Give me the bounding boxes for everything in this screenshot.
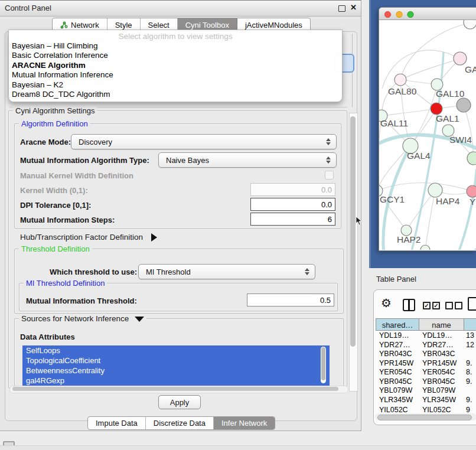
tab-jactivemnodules-label: jActiveMNodules bbox=[245, 21, 302, 30]
column-header-partial[interactable] bbox=[464, 318, 476, 331]
network-canvas[interactable]: GAL GAL80 GAL10 GAL1 GAL11 SWI4 GAL4 GCY… bbox=[379, 20, 476, 250]
table-cell[interactable]: YBL079W bbox=[422, 386, 455, 396]
node-label: HAP4 bbox=[436, 196, 460, 206]
dropdown-item[interactable]: Basic Correlation Inference bbox=[9, 51, 342, 60]
table-cell[interactable]: YDR27… bbox=[379, 341, 410, 350]
table-cell[interactable]: 13 bbox=[466, 331, 474, 341]
gear-icon[interactable]: ⚙ bbox=[381, 296, 392, 310]
table-cell[interactable]: YDL19… bbox=[422, 331, 452, 341]
table-cell[interactable]: YLR345W bbox=[379, 396, 413, 405]
unchecked-checkbox-icon[interactable] bbox=[445, 302, 453, 309]
column-header-shared-name[interactable]: shared… bbox=[376, 318, 419, 331]
table-row[interactable]: YLR345W YLR345W 9. bbox=[376, 396, 476, 405]
control-panel-titlebar[interactable]: Control Panel ✕ bbox=[0, 1, 361, 17]
dpi-tolerance-input[interactable] bbox=[250, 198, 335, 211]
sources-title-label: Sources for Network Inference bbox=[21, 314, 129, 323]
table-row[interactable]: YDR27… YDR27… 12 bbox=[376, 341, 476, 350]
table-cell[interactable]: YBR045C bbox=[379, 377, 412, 387]
table-cell[interactable]: YBR045C bbox=[422, 377, 455, 387]
apply-button[interactable]: Apply bbox=[158, 395, 201, 409]
node-green-bottom[interactable] bbox=[420, 245, 430, 250]
table-horizontal-scrollbar[interactable] bbox=[375, 413, 476, 420]
checked-checkbox-icon[interactable]: ✓ bbox=[423, 302, 431, 309]
attribute-item-selected[interactable]: SelfLoops bbox=[22, 345, 330, 356]
close-icon[interactable]: ✕ bbox=[350, 3, 357, 12]
dropdown-item[interactable]: Bayesian – Hill Climbing bbox=[9, 41, 342, 51]
table-cell[interactable]: 8. bbox=[466, 368, 472, 377]
settings-vertical-scrollbar[interactable] bbox=[349, 113, 358, 392]
table-row[interactable]: YBR043C YBR043C bbox=[376, 350, 476, 359]
node-gal1-red[interactable] bbox=[431, 103, 442, 115]
dropdown-item[interactable]: Dream8 DC_TDC Algorithm bbox=[9, 90, 342, 99]
table-cell[interactable]: YER054C bbox=[379, 368, 412, 377]
dropdown-item[interactable]: Mutual Information Inference bbox=[9, 70, 342, 80]
table-cell[interactable]: YBL079W bbox=[379, 386, 412, 396]
node-gal-partial[interactable] bbox=[454, 52, 467, 65]
tab-select-label: Select bbox=[148, 21, 169, 30]
mi-threshold-input[interactable] bbox=[247, 294, 334, 306]
column-header-name[interactable]: name bbox=[419, 318, 464, 331]
table-row[interactable]: YBL079W YBL079W bbox=[376, 386, 476, 396]
dpi-tolerance-label: DPI Tolerance [0,1]: bbox=[20, 201, 91, 210]
table-cell[interactable]: 12 bbox=[466, 341, 474, 350]
mi-type-select[interactable]: Naive Bayes bbox=[158, 152, 337, 168]
mi-steps-input[interactable] bbox=[250, 213, 335, 226]
table-cell[interactable]: YLR345W bbox=[422, 396, 456, 405]
tab-impute-data[interactable]: Impute Data bbox=[88, 417, 146, 429]
table-cell[interactable]: YER054C bbox=[422, 368, 455, 377]
aracne-mode-select[interactable]: Discovery bbox=[71, 134, 337, 149]
node-gal80[interactable] bbox=[395, 74, 406, 86]
which-threshold-select[interactable]: MI Threshold bbox=[138, 264, 315, 279]
attributes-scrollbar-thumb[interactable] bbox=[321, 347, 325, 380]
settings-vertical-scrollbar-thumb[interactable] bbox=[350, 116, 356, 347]
zoom-traffic-icon[interactable] bbox=[407, 11, 413, 17]
table-cell[interactable]: 9. bbox=[466, 359, 472, 369]
table-cell[interactable]: YBR043C bbox=[422, 350, 455, 359]
table-row[interactable]: YPR145W YPR145W 9. bbox=[376, 359, 476, 369]
dropdown-item-selected[interactable]: ARACNE Algorithm bbox=[9, 61, 342, 70]
attribute-item-selected[interactable]: gal4RGexp bbox=[22, 376, 330, 386]
table-cell[interactable]: YDR27… bbox=[422, 341, 454, 350]
attribute-item-selected[interactable]: BetweennessCentrality bbox=[22, 366, 330, 376]
table-cell[interactable]: 9. bbox=[466, 396, 472, 405]
dropdown-item[interactable]: Bayesian – K2 bbox=[9, 80, 342, 90]
tab-discretize-data[interactable]: Discretize Data bbox=[146, 417, 214, 429]
apply-button-label: Apply bbox=[170, 398, 190, 407]
table-row[interactable]: YDL19… YDL19… 13 bbox=[376, 331, 476, 341]
mi-threshold-definition-title: MI Threshold Definition bbox=[24, 279, 107, 288]
float-window-icon[interactable] bbox=[338, 5, 345, 12]
table-row[interactable]: YBR045C YBR045C 9. bbox=[376, 377, 476, 387]
network-window-titlebar[interactable] bbox=[379, 8, 476, 20]
attributes-scrollbar[interactable] bbox=[321, 347, 326, 383]
attribute-item-selected[interactable]: TopologicalCoefficient bbox=[22, 356, 330, 366]
document-icon[interactable] bbox=[468, 297, 476, 311]
node-gray[interactable] bbox=[457, 98, 471, 112]
node-salmon[interactable] bbox=[467, 185, 476, 197]
table-cell[interactable]: 9. bbox=[466, 377, 472, 387]
manual-kernel-checkbox[interactable] bbox=[325, 171, 334, 180]
hub-definition-expander[interactable]: Hub/Transcription Factor Definition bbox=[20, 233, 157, 242]
data-attributes-label: Data Attributes bbox=[20, 332, 75, 341]
sources-title[interactable]: Sources for Network Inference bbox=[19, 314, 146, 323]
node-unlabeled[interactable] bbox=[464, 20, 476, 29]
screen: Control Panel ✕ Network Style Select bbox=[0, 0, 476, 450]
close-traffic-icon[interactable] bbox=[384, 11, 390, 17]
mi-type-label: Mutual Information Algorithm Type: bbox=[20, 156, 149, 165]
table-row[interactable]: YER054C YER054C 8. bbox=[376, 368, 476, 377]
unchecked-checkbox-icon[interactable] bbox=[455, 302, 462, 309]
settings-horizontal-scrollbar[interactable] bbox=[9, 386, 348, 393]
table-cell[interactable]: YPR145W bbox=[379, 359, 413, 369]
checked-checkbox-icon[interactable]: ✓ bbox=[432, 302, 440, 309]
split-columns-icon[interactable] bbox=[403, 299, 415, 311]
minimize-traffic-icon[interactable] bbox=[396, 11, 402, 17]
node-label: GAL10 bbox=[436, 89, 465, 99]
table-cell[interactable]: YBR043C bbox=[379, 350, 412, 359]
table-cell[interactable]: YDL19… bbox=[379, 331, 409, 341]
settings-horizontal-scrollbar-thumb[interactable] bbox=[12, 387, 338, 391]
node-hap4[interactable] bbox=[428, 183, 442, 197]
tab-cyni-toolbox-label: Cyni Toolbox bbox=[185, 21, 229, 30]
tab-infer-network[interactable]: Infer Network bbox=[214, 417, 275, 429]
node-green-right[interactable] bbox=[467, 152, 476, 165]
table-horizontal-scrollbar-thumb[interactable] bbox=[377, 415, 472, 420]
table-cell[interactable]: YPR145W bbox=[422, 359, 457, 369]
